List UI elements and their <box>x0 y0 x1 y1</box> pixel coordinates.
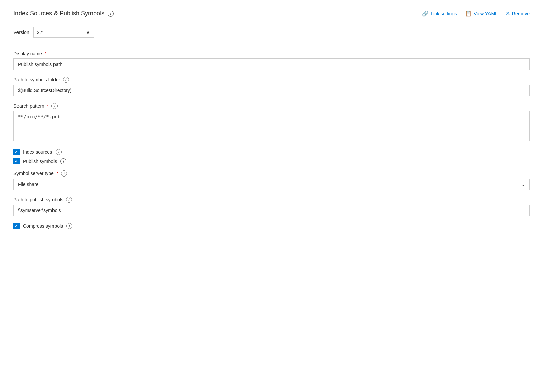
search-pattern-textarea[interactable] <box>13 111 530 141</box>
path-publish-symbols-section: Path to publish symbols i <box>13 197 530 216</box>
compress-symbols-checkmark: ✓ <box>15 224 18 228</box>
path-symbols-folder-label: Path to symbols folder i <box>13 77 530 83</box>
search-pattern-required: * <box>47 103 49 109</box>
symbol-server-type-label: Symbol server type * i <box>13 170 530 177</box>
page-title: Index Sources & Publish Symbols <box>13 10 104 17</box>
symbol-server-type-info-icon[interactable]: i <box>61 170 67 177</box>
symbol-server-type-select[interactable]: File share Azure Artifacts <box>13 179 530 190</box>
display-name-input[interactable] <box>13 58 530 70</box>
page-header: Index Sources & Publish Symbols i 🔗 Link… <box>13 10 530 17</box>
title-area: Index Sources & Publish Symbols i <box>13 10 114 17</box>
version-value: 2.* <box>37 30 43 35</box>
search-pattern-section: Search pattern * i <box>13 103 530 142</box>
search-pattern-info-icon[interactable]: i <box>51 103 58 109</box>
compress-symbols-label: Compress symbols <box>23 223 63 229</box>
symbol-server-type-select-wrapper: File share Azure Artifacts ⌄ <box>13 179 530 190</box>
link-settings-button[interactable]: 🔗 Link settings <box>422 10 457 17</box>
version-select[interactable]: 2.* ∨ <box>33 27 94 38</box>
index-sources-info-icon[interactable]: i <box>56 149 62 155</box>
path-publish-symbols-input[interactable] <box>13 205 530 216</box>
link-icon: 🔗 <box>422 10 429 17</box>
index-sources-row: ✓ Index sources i <box>13 149 530 155</box>
version-chevron-icon: ∨ <box>86 29 90 35</box>
publish-symbols-row: ✓ Publish symbols i <box>13 158 530 164</box>
publish-symbols-checkmark: ✓ <box>15 159 18 164</box>
compress-symbols-row: ✓ Compress symbols i <box>13 223 530 229</box>
title-info-icon[interactable]: i <box>108 11 114 17</box>
yaml-icon: 📋 <box>465 10 472 17</box>
publish-symbols-label: Publish symbols <box>23 159 57 164</box>
index-sources-checkbox[interactable]: ✓ <box>13 149 20 155</box>
version-row: Version 2.* ∨ <box>13 27 530 38</box>
path-publish-symbols-label: Path to publish symbols i <box>13 197 530 203</box>
compress-symbols-info-icon[interactable]: i <box>66 223 72 229</box>
path-symbols-folder-section: Path to symbols folder i <box>13 77 530 96</box>
symbol-server-type-section: Symbol server type * i File share Azure … <box>13 170 530 190</box>
display-name-label: Display name * <box>13 51 530 56</box>
display-name-required: * <box>45 51 46 56</box>
header-actions: 🔗 Link settings 📋 View YAML ✕ Remove <box>422 10 530 17</box>
symbol-server-type-required: * <box>57 171 58 176</box>
view-yaml-button[interactable]: 📋 View YAML <box>465 10 498 17</box>
compress-symbols-checkbox[interactable]: ✓ <box>13 223 20 229</box>
remove-button[interactable]: ✕ Remove <box>506 10 530 17</box>
index-sources-label: Index sources <box>23 149 52 155</box>
path-symbols-folder-input[interactable] <box>13 85 530 96</box>
search-pattern-label: Search pattern * i <box>13 103 530 109</box>
path-publish-symbols-info-icon[interactable]: i <box>66 197 72 203</box>
path-symbols-folder-info-icon[interactable]: i <box>63 77 69 83</box>
index-sources-checkmark: ✓ <box>15 150 18 154</box>
display-name-section: Display name * <box>13 51 530 70</box>
x-icon: ✕ <box>506 10 510 17</box>
version-label: Version <box>13 30 29 35</box>
publish-symbols-info-icon[interactable]: i <box>60 158 66 164</box>
publish-symbols-checkbox[interactable]: ✓ <box>13 158 20 164</box>
